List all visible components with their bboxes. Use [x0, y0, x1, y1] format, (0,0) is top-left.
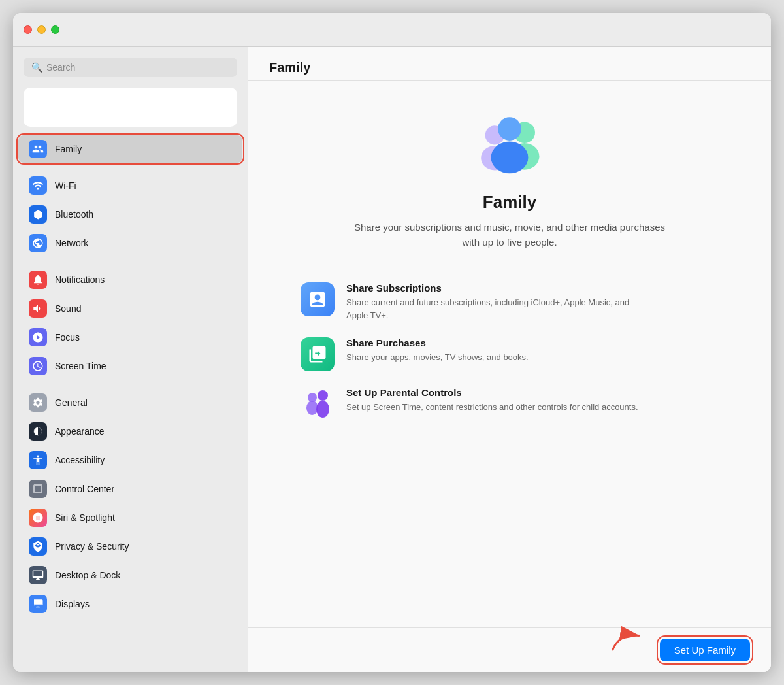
family-main-subtitle: Share your subscriptions and music, movi…: [346, 220, 673, 250]
appearance-icon: [29, 422, 47, 441]
sidebar-item-bluetooth[interactable]: ⬢ Bluetooth: [18, 201, 242, 228]
main-content-area: 🔍 Search Family: [13, 47, 771, 672]
sidebar-item-desktop-dock-label: Desktop & Dock: [55, 570, 120, 580]
screen-time-icon: [29, 357, 47, 375]
family-main-heading: Family: [483, 192, 536, 212]
sidebar-item-focus-label: Focus: [55, 332, 80, 342]
parental-title: Set Up Parental Controls: [346, 387, 638, 398]
sidebar-item-control-center[interactable]: Control Center: [18, 475, 242, 503]
wifi-icon: [29, 176, 47, 195]
sidebar-item-sound[interactable]: Sound: [18, 295, 242, 322]
sidebar-item-notifications[interactable]: Notifications: [18, 266, 242, 293]
control-center-icon: [29, 480, 47, 498]
purchases-text: Share Purchases Share your apps, movies,…: [346, 337, 529, 364]
system-preferences-window: 🔍 Search Family: [13, 13, 771, 672]
search-icon: 🔍: [31, 62, 42, 73]
sidebar-item-appearance-label: Appearance: [55, 426, 105, 437]
displays-icon: [29, 595, 47, 613]
main-content: Family Share your subscriptions and musi…: [248, 81, 771, 627]
purchases-title: Share Purchases: [346, 337, 529, 348]
svg-point-5: [498, 117, 521, 141]
sidebar-item-displays[interactable]: Displays: [18, 590, 242, 618]
sidebar-item-focus[interactable]: Focus: [18, 324, 242, 351]
svg-point-7: [308, 393, 317, 402]
sidebar: 🔍 Search Family: [13, 47, 248, 672]
subscriptions-title: Share Subscriptions: [346, 282, 647, 293]
privacy-icon: [29, 537, 47, 556]
main-panel: Family: [248, 47, 771, 672]
sidebar-item-desktop-dock[interactable]: Desktop & Dock: [18, 561, 242, 589]
purchases-icon: [301, 337, 335, 371]
sidebar-item-general-label: General: [55, 397, 88, 408]
page-title: Family: [269, 60, 310, 75]
subscriptions-desc: Share current and future subscriptions, …: [346, 296, 647, 322]
parental-text: Set Up Parental Controls Set up Screen T…: [346, 387, 638, 414]
sidebar-item-siri[interactable]: Siri & Spotlight: [18, 504, 242, 531]
close-button[interactable]: [24, 25, 32, 34]
notifications-icon: [29, 271, 47, 289]
titlebar: [13, 13, 771, 47]
feature-subscriptions: Share Subscriptions Share current and fu…: [301, 282, 719, 322]
purchases-desc: Share your apps, movies, TV shows, and b…: [346, 351, 529, 364]
parental-desc: Set up Screen Time, content restrictions…: [346, 401, 638, 414]
subscriptions-icon: [301, 282, 335, 316]
siri-icon: [29, 509, 47, 527]
sidebar-item-screen-time[interactable]: Screen Time: [18, 352, 242, 380]
sidebar-item-screen-time-label: Screen Time: [55, 361, 106, 371]
general-icon: [29, 393, 47, 412]
sidebar-item-general[interactable]: General: [18, 389, 242, 416]
svg-point-9: [318, 390, 328, 401]
sidebar-item-bluetooth-label: Bluetooth: [55, 209, 93, 220]
sound-icon: [29, 299, 47, 318]
sidebar-item-control-center-label: Control Center: [55, 484, 114, 494]
family-hero-icon: [467, 107, 552, 179]
sidebar-item-privacy-label: Privacy & Security: [55, 541, 129, 552]
sidebar-item-appearance[interactable]: Appearance: [18, 418, 242, 445]
arrow-indicator: [605, 622, 649, 660]
svg-point-6: [491, 142, 529, 174]
features-list: Share Subscriptions Share current and fu…: [301, 282, 719, 421]
feature-purchases: Share Purchases Share your apps, movies,…: [301, 337, 719, 371]
traffic-lights: [24, 25, 59, 34]
sidebar-item-wifi[interactable]: Wi-Fi: [18, 172, 242, 199]
main-header: Family: [248, 47, 771, 81]
network-icon: [29, 234, 47, 252]
sidebar-item-accessibility[interactable]: Accessibility: [18, 446, 242, 474]
sidebar-item-notifications-label: Notifications: [55, 275, 105, 285]
setup-family-button[interactable]: Set Up Family: [660, 639, 750, 661]
parental-icon: [301, 387, 335, 421]
sidebar-item-network[interactable]: Network: [18, 229, 242, 257]
bluetooth-icon: ⬢: [29, 205, 47, 224]
maximize-button[interactable]: [51, 25, 59, 34]
sidebar-item-network-label: Network: [55, 238, 88, 248]
focus-icon: [29, 328, 47, 346]
sidebar-item-accessibility-label: Accessibility: [55, 455, 105, 465]
sidebar-item-family[interactable]: Family: [18, 135, 242, 163]
minimize-button[interactable]: [37, 25, 46, 34]
sidebar-item-privacy[interactable]: Privacy & Security: [18, 533, 242, 560]
profile-card[interactable]: [24, 88, 237, 127]
family-hero: Family Share your subscriptions and musi…: [346, 107, 673, 250]
desktop-dock-icon: [29, 566, 47, 584]
search-placeholder: Search: [46, 62, 75, 73]
subscriptions-text: Share Subscriptions Share current and fu…: [346, 282, 647, 322]
sidebar-item-family-label: Family: [55, 144, 82, 154]
accessibility-icon: [29, 451, 47, 469]
bottom-bar: Set Up Family: [248, 627, 771, 672]
sidebar-item-siri-label: Siri & Spotlight: [55, 512, 115, 523]
sidebar-item-displays-label: Displays: [55, 599, 90, 609]
sidebar-item-sound-label: Sound: [55, 303, 81, 314]
feature-parental: Set Up Parental Controls Set up Screen T…: [301, 387, 719, 421]
search-box[interactable]: 🔍 Search: [24, 58, 237, 77]
sidebar-item-wifi-label: Wi-Fi: [55, 180, 76, 191]
family-icon: [29, 140, 47, 158]
svg-point-10: [316, 401, 329, 418]
